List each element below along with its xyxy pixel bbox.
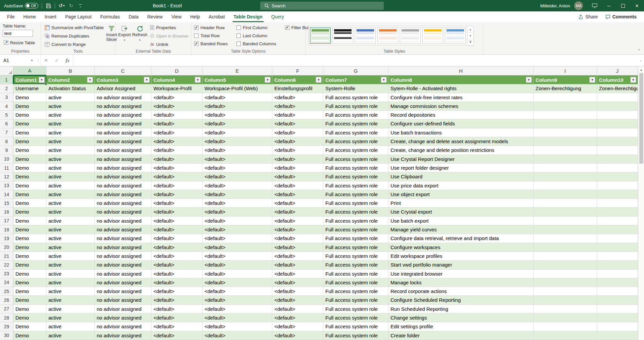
cell[interactable]: Edit workspace profiles <box>388 252 534 261</box>
cell[interactable] <box>597 331 638 340</box>
cell[interactable]: Configure Scheduled Reporting <box>388 296 534 304</box>
cell[interactable]: Full access system role <box>323 261 388 269</box>
cell[interactable]: no advisor assigned <box>95 322 151 331</box>
row-header-3[interactable]: 3 <box>0 93 13 102</box>
formula-bar-grip[interactable]: ⋮ <box>36 55 41 66</box>
column-header-c[interactable]: C <box>95 66 151 75</box>
cell[interactable] <box>534 102 597 111</box>
row-header-24[interactable]: 24 <box>0 278 13 287</box>
cell[interactable] <box>534 270 597 278</box>
cell[interactable]: <default> <box>202 243 272 252</box>
row-header-19[interactable]: 19 <box>0 234 13 243</box>
formula-input[interactable] <box>73 55 644 66</box>
insert-function-button[interactable]: fx <box>62 55 73 66</box>
cell[interactable]: Full access system role <box>323 208 388 216</box>
row-header-4[interactable]: 4 <box>0 102 13 111</box>
cell[interactable]: <default> <box>202 305 272 314</box>
cell[interactable]: Demo <box>13 314 46 322</box>
checkbox-first-column[interactable]: First Column <box>236 25 276 31</box>
cell[interactable]: no advisor assigned <box>95 278 151 287</box>
cell[interactable]: <default> <box>272 137 323 146</box>
cell[interactable]: Workspace-Profil <box>151 84 202 93</box>
tab-view[interactable]: View <box>167 11 186 22</box>
ribbon-display-options-button[interactable] <box>588 0 602 11</box>
cell[interactable]: Full access system role <box>323 155 388 164</box>
column-header-j[interactable]: J <box>597 66 638 75</box>
cell[interactable]: <default> <box>151 111 202 119</box>
table-header-cell-column5[interactable]: Column5▾ <box>202 75 272 84</box>
cell[interactable]: no advisor assigned <box>95 261 151 269</box>
cell[interactable]: <default> <box>272 128 323 137</box>
cell[interactable] <box>534 93 597 102</box>
cell[interactable]: <default> <box>151 305 202 314</box>
cell[interactable]: <default> <box>151 93 202 102</box>
external-properties-button[interactable]: Properties <box>149 24 190 31</box>
cell[interactable] <box>597 270 638 278</box>
comments-button[interactable]: Comments <box>605 14 637 19</box>
cell[interactable]: Use object export <box>388 190 534 199</box>
cell[interactable]: Einstellungsprofil <box>272 84 323 93</box>
cell[interactable]: <default> <box>202 119 272 128</box>
cell[interactable] <box>597 261 638 269</box>
cancel-button[interactable]: ✕ <box>41 55 51 66</box>
cell[interactable]: active <box>46 217 95 225</box>
cell[interactable]: no advisor assigned <box>95 199 151 208</box>
cell[interactable]: Demo <box>13 190 46 199</box>
row-header-22[interactable]: 22 <box>0 261 13 269</box>
fill-handle[interactable] <box>45 83 47 85</box>
cell[interactable]: active <box>46 93 95 102</box>
cell[interactable] <box>597 146 638 155</box>
cell[interactable]: <default> <box>272 225 323 234</box>
cell[interactable]: no advisor assigned <box>95 146 151 155</box>
cell[interactable]: Use Clipboard <box>388 172 534 181</box>
row-header-8[interactable]: 8 <box>0 137 13 146</box>
cell[interactable]: Print <box>388 199 534 208</box>
cell[interactable]: <default> <box>202 137 272 146</box>
cell[interactable]: Configure risk-free interest rates <box>388 93 534 102</box>
cell[interactable] <box>534 278 597 287</box>
cell[interactable]: <default> <box>202 287 272 296</box>
cell[interactable]: <default> <box>272 181 323 190</box>
cell[interactable]: <default> <box>202 331 272 340</box>
cell[interactable]: Change settings <box>388 314 534 322</box>
cell[interactable] <box>534 137 597 146</box>
cell[interactable]: Full access system role <box>323 128 388 137</box>
cell[interactable]: Manage locks <box>388 278 534 287</box>
cell[interactable]: <default> <box>202 199 272 208</box>
cell[interactable]: Record depositories <box>388 111 534 119</box>
row-header-23[interactable]: 23 <box>0 270 13 278</box>
filter-button[interactable]: ▾ <box>589 77 595 83</box>
cell[interactable]: Demo <box>13 164 46 172</box>
cell[interactable]: active <box>46 305 95 314</box>
tab-data[interactable]: Data <box>124 11 143 22</box>
cell[interactable]: Full access system role <box>323 93 388 102</box>
filter-button[interactable]: ▾ <box>630 77 636 83</box>
cell[interactable]: <default> <box>202 270 272 278</box>
cell[interactable]: Use batch transactions <box>388 128 534 137</box>
table-style-yellow[interactable] <box>422 27 443 44</box>
cell[interactable]: Advisor Assigned <box>95 84 151 93</box>
table-style-green[interactable] <box>310 27 331 44</box>
cell[interactable]: no advisor assigned <box>95 243 151 252</box>
cell[interactable] <box>534 261 597 269</box>
table-header-cell-column9[interactable]: Column9▾ <box>534 75 597 84</box>
cell[interactable]: no advisor assigned <box>95 155 151 164</box>
cell[interactable] <box>597 93 638 102</box>
cell[interactable]: Full access system role <box>323 305 388 314</box>
cell[interactable]: Full access system role <box>323 172 388 181</box>
cell[interactable]: <default> <box>202 261 272 269</box>
row-header-17[interactable]: 17 <box>0 217 13 225</box>
cell[interactable]: Demo <box>13 287 46 296</box>
cell[interactable]: active <box>46 155 95 164</box>
row-header-18[interactable]: 18 <box>0 225 13 234</box>
row-header-28[interactable]: 28 <box>0 314 13 322</box>
cell[interactable]: Full access system role <box>323 181 388 190</box>
cell[interactable]: <default> <box>272 190 323 199</box>
cell[interactable]: Full access system role <box>323 287 388 296</box>
cell[interactable] <box>534 190 597 199</box>
cell[interactable]: <default> <box>202 111 272 119</box>
column-header-b[interactable]: B <box>46 66 95 75</box>
cell[interactable] <box>534 243 597 252</box>
cell[interactable]: Demo <box>13 181 46 190</box>
tab-insert[interactable]: Insert <box>40 11 61 22</box>
